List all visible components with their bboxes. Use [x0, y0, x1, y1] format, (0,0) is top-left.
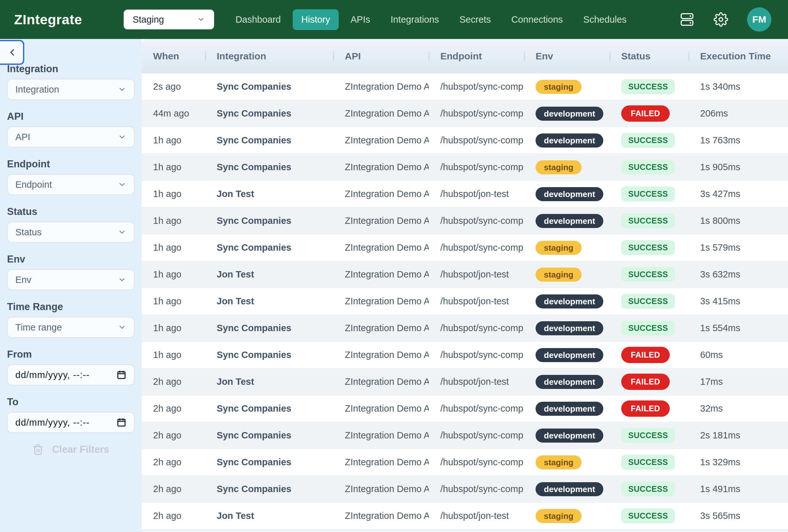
filters: Integration Integration API API Endpoint…	[7, 63, 135, 433]
cell-when: 2h ago	[141, 476, 205, 502]
clear-filters-button[interactable]: Clear Filters	[32, 444, 109, 455]
history-table-panel: WhenIntegrationAPIEndpointEnvStatusExecu…	[141, 39, 788, 532]
cell-integration: Sync Companies	[205, 315, 333, 341]
filter-select-value: Time range	[15, 322, 62, 333]
table-row[interactable]: 44m ago Sync Companies ZIntegration Demo…	[141, 100, 788, 127]
cell-integration: Sync Companies	[205, 476, 333, 502]
cell-endpoint: /hubspot/sync-comp	[429, 342, 524, 368]
table-row[interactable]: 2h ago Sync Companies ZIntegration Demo …	[141, 422, 788, 449]
cell-execution-time: 3s 565ms	[689, 503, 788, 529]
cell-api: ZIntegration Demo A	[333, 100, 429, 127]
settings-button[interactable]	[713, 12, 729, 27]
cell-when: 1h ago	[141, 315, 205, 341]
cell-integration: Sync Companies	[205, 74, 333, 100]
cell-integration: Sync Companies	[205, 395, 333, 422]
column-header-integration: Integration	[205, 39, 333, 74]
datetime-input-from[interactable]: dd/mm/yyyy, --:--	[7, 364, 135, 385]
cell-when: 1h ago	[141, 208, 205, 234]
cell-when: 1h ago	[141, 127, 205, 154]
cell-integration: Sync Companies	[205, 234, 333, 261]
filter-select-status[interactable]: Status	[7, 222, 135, 243]
cell-endpoint: /hubspot/sync-comp	[429, 74, 524, 100]
column-header-endpoint: Endpoint	[429, 39, 524, 74]
cell-status: SUCCESS	[610, 476, 689, 502]
datetime-input-to[interactable]: dd/mm/yyyy, --:--	[7, 412, 135, 433]
table-row[interactable]: 1h ago Sync Companies ZIntegration Demo …	[141, 234, 788, 261]
table-row[interactable]: 1h ago Sync Companies ZIntegration Demo …	[141, 315, 788, 342]
filter-select-env[interactable]: Env	[7, 269, 135, 290]
datetime-placeholder: dd/mm/yyyy, --:--	[15, 370, 90, 380]
cell-status: SUCCESS	[610, 449, 689, 475]
env-badge: development	[535, 321, 603, 335]
filter-select-value: API	[15, 132, 31, 142]
table-row[interactable]: 1h ago Sync Companies ZIntegration Demo …	[141, 342, 788, 369]
filter-label: Endpoint	[7, 158, 135, 170]
chevron-down-icon	[118, 85, 126, 94]
cell-integration: Jon Test	[205, 181, 333, 207]
cell-execution-time: 3s 415ms	[689, 288, 788, 314]
cell-env: development	[524, 100, 610, 127]
table-row[interactable]: 2h ago Jon Test ZIntegration Demo A /hub…	[141, 503, 788, 529]
content-area: Integration Integration API API Endpoint…	[0, 39, 788, 532]
cell-when: 2s ago	[141, 74, 205, 100]
cell-endpoint: /hubspot/jon-test	[429, 503, 524, 529]
cell-endpoint: /hubspot/sync-comp	[429, 100, 524, 127]
cell-env: staging	[524, 261, 610, 288]
env-badge: development	[535, 375, 603, 389]
user-avatar[interactable]: FM	[747, 7, 771, 32]
gear-icon	[713, 12, 728, 27]
cell-execution-time: 1s 491ms	[689, 476, 788, 502]
cell-status: FAILED	[610, 395, 689, 422]
cell-env: staging	[524, 154, 610, 180]
table-row[interactable]: 2h ago Jon Test ZIntegration Demo A /hub…	[141, 369, 788, 395]
cell-status: SUCCESS	[610, 315, 689, 341]
filter-select-api[interactable]: API	[7, 126, 135, 147]
filter-label: From	[7, 349, 135, 360]
filter-select-endpoint[interactable]: Endpoint	[7, 174, 135, 195]
cell-api: ZIntegration Demo A	[333, 449, 429, 475]
column-header-env: Env	[524, 39, 610, 74]
cell-endpoint: /hubspot/jon-test	[429, 288, 524, 314]
environment-select[interactable]: Staging	[124, 9, 214, 29]
cell-env: development	[524, 476, 610, 502]
env-badge: staging	[535, 80, 582, 94]
status-badge: SUCCESS	[621, 79, 675, 94]
cell-execution-time: 1s 763ms	[689, 127, 788, 154]
table-row[interactable]: 2h ago Sync Companies ZIntegration Demo …	[141, 449, 788, 476]
filter-group: Env Env	[7, 253, 135, 290]
table-row[interactable]: 2h ago Sync Companies ZIntegration Demo …	[141, 476, 788, 503]
status-badge: SUCCESS	[621, 186, 675, 202]
table-row[interactable]: 2s ago Sync Companies ZIntegration Demo …	[141, 74, 788, 100]
clear-filters-label: Clear Filters	[52, 444, 109, 455]
cell-api: ZIntegration Demo A	[333, 127, 429, 154]
column-header-when: When	[141, 39, 205, 74]
nav-tab-integrations[interactable]: Integrations	[382, 9, 448, 30]
table-row[interactable]: 1h ago Jon Test ZIntegration Demo A /hub…	[141, 288, 788, 315]
nav-tab-schedules[interactable]: Schedules	[574, 9, 635, 30]
nav-tab-secrets[interactable]: Secrets	[451, 9, 499, 30]
table-row[interactable]: 1h ago Sync Companies ZIntegration Demo …	[141, 154, 788, 181]
cell-api: ZIntegration Demo A	[333, 288, 429, 314]
cell-when: 2h ago	[141, 395, 205, 422]
server-button[interactable]	[679, 12, 695, 27]
nav-tab-connections[interactable]: Connections	[503, 9, 571, 30]
nav-tab-apis[interactable]: APIs	[342, 9, 379, 30]
filter-select-time-range[interactable]: Time range	[7, 317, 135, 338]
table-row[interactable]: 1h ago Sync Companies ZIntegration Demo …	[141, 208, 788, 234]
cell-status: SUCCESS	[610, 74, 689, 100]
status-badge: SUCCESS	[621, 160, 675, 175]
filter-label: Env	[7, 253, 135, 265]
nav-tab-dashboard[interactable]: Dashboard	[227, 9, 290, 30]
sidebar-collapse-button[interactable]	[0, 40, 24, 65]
filter-select-integration[interactable]: Integration	[7, 79, 135, 100]
cell-env: staging	[524, 449, 610, 475]
cell-status: FAILED	[610, 100, 689, 127]
table-row[interactable]: 2h ago Sync Companies ZIntegration Demo …	[141, 395, 788, 422]
table-row[interactable]: 1h ago Jon Test ZIntegration Demo A /hub…	[141, 261, 788, 288]
table-row[interactable]: 1h ago Sync Companies ZIntegration Demo …	[141, 127, 788, 154]
nav-tab-history[interactable]: History	[293, 9, 339, 30]
status-badge: SUCCESS	[621, 482, 675, 496]
env-badge: development	[535, 482, 603, 496]
cell-env: development	[524, 288, 610, 314]
table-row[interactable]: 1h ago Jon Test ZIntegration Demo A /hub…	[141, 181, 788, 208]
